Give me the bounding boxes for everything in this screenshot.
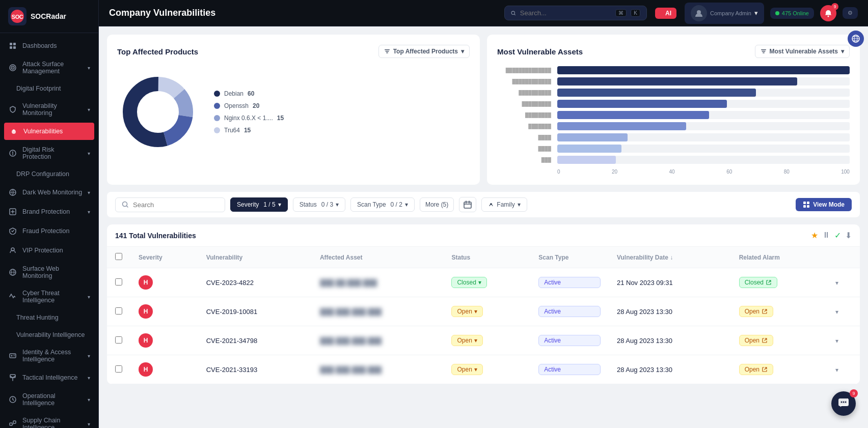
alarm-pill-open[interactable]: Open bbox=[739, 335, 773, 346]
download-action-icon[interactable]: ⬇ bbox=[845, 231, 852, 240]
sidebar-item-supply-chain[interactable]: Supply Chain Intelligence ▾ bbox=[0, 412, 98, 428]
status-filter-button[interactable]: Status 0 / 3 ▾ bbox=[293, 197, 345, 212]
star-action-icon[interactable]: ★ bbox=[811, 231, 818, 240]
chat-fab-badge: 9 bbox=[850, 389, 858, 397]
bar-track bbox=[557, 89, 850, 97]
severity-badge-high: H bbox=[139, 275, 153, 290]
status-cell[interactable]: Closed ▾ bbox=[443, 268, 530, 297]
family-filter-button[interactable]: Family ▾ bbox=[481, 197, 527, 212]
sidebar-item-surface-web[interactable]: Surface Web Monitoring bbox=[0, 260, 98, 284]
row-checkbox-cell[interactable] bbox=[107, 268, 130, 297]
scan-type-filter-button[interactable]: Scan Type 0 / 2 ▾ bbox=[350, 197, 415, 212]
bar-track bbox=[557, 133, 850, 141]
sidebar-item-fraud-protection[interactable]: Fraud Protection bbox=[0, 221, 98, 241]
sidebar-item-brand-protection[interactable]: Brand Protection ▾ bbox=[0, 202, 98, 221]
affected-products-dropdown[interactable]: Top Affected Products ▾ bbox=[378, 45, 470, 58]
row-expand-icon[interactable]: ▾ bbox=[835, 279, 838, 287]
sidebar-item-threat-hunting[interactable]: Threat Hunting bbox=[0, 309, 98, 326]
severity-filter-button[interactable]: Severity 1 / 5 ▾ bbox=[230, 197, 288, 212]
chevron-down-icon: ▾ bbox=[461, 48, 464, 55]
bar-row-7: ████ bbox=[497, 133, 850, 141]
status-cell[interactable]: Open ▾ bbox=[443, 326, 530, 355]
ai-button[interactable]: ♦ AI bbox=[655, 8, 676, 19]
status-pill-closed[interactable]: Closed ▾ bbox=[451, 277, 486, 288]
filter-search-container[interactable] bbox=[115, 197, 225, 212]
expand-cell[interactable]: ▾ bbox=[827, 268, 860, 297]
row-expand-icon[interactable]: ▾ bbox=[835, 308, 838, 316]
row-checkbox-cell[interactable] bbox=[107, 326, 130, 355]
sidebar-item-vip-protection[interactable]: VIP Protection bbox=[0, 241, 98, 260]
related-alarm-cell[interactable]: Open bbox=[731, 326, 827, 355]
status-pill-open[interactable]: Open ▾ bbox=[451, 306, 482, 317]
row-checkbox-cell[interactable] bbox=[107, 355, 130, 384]
row-expand-icon[interactable]: ▾ bbox=[835, 337, 838, 345]
sidebar-item-operational-intel[interactable]: Operational Intelligence ▾ bbox=[0, 387, 98, 412]
status-cell[interactable]: Open ▾ bbox=[443, 297, 530, 326]
grid-icon bbox=[8, 41, 17, 50]
alarm-pill-open[interactable]: Open bbox=[739, 306, 773, 317]
status-pill-open[interactable]: Open ▾ bbox=[451, 335, 482, 346]
bar-track bbox=[557, 156, 850, 164]
chevron-down-icon: ▾ bbox=[474, 337, 477, 344]
expand-column-header bbox=[827, 247, 860, 268]
vulnerable-assets-dropdown[interactable]: Most Vulnerable Assets ▾ bbox=[755, 45, 850, 58]
chevron-down-icon: ▾ bbox=[841, 48, 844, 55]
notification-button[interactable]: 9 bbox=[820, 5, 836, 21]
sidebar-item-digital-footprint[interactable]: Digital Footprint bbox=[0, 80, 98, 97]
user-info[interactable]: Company Admin ▾ bbox=[685, 3, 764, 24]
sidebar-item-vuln-monitoring[interactable]: Vulnerability Monitoring ▾ bbox=[0, 97, 98, 122]
fraud-icon bbox=[8, 226, 17, 236]
row-checkbox-cell[interactable] bbox=[107, 297, 130, 326]
username: Company Admin bbox=[710, 10, 751, 16]
content-area: Top Affected Products Top Affected Produ… bbox=[99, 26, 868, 428]
sidebar-item-dark-web[interactable]: Dark Web Monitoring ▾ bbox=[0, 183, 98, 202]
sidebar-item-digital-risk[interactable]: Digital Risk Protection ▾ bbox=[0, 141, 98, 165]
chat-fab-button[interactable]: 9 bbox=[831, 391, 856, 416]
sidebar-item-label: VIP Protection bbox=[22, 247, 63, 254]
search-input[interactable] bbox=[520, 9, 611, 17]
expand-cell[interactable]: ▾ bbox=[827, 297, 860, 326]
view-mode-button[interactable]: View Mode bbox=[796, 198, 852, 211]
status-pill-open[interactable]: Open ▾ bbox=[451, 364, 482, 375]
select-all-header[interactable] bbox=[107, 247, 130, 268]
filter-icon bbox=[761, 48, 767, 54]
pause-action-icon[interactable]: ⏸ bbox=[822, 231, 830, 240]
svg-rect-28 bbox=[385, 51, 389, 52]
sidebar-item-identity-access[interactable]: Identity & Access Intelligence ▾ bbox=[0, 344, 98, 368]
calendar-icon bbox=[464, 201, 472, 209]
sidebar-item-tactical-intel[interactable]: Tactical Intelligence ▾ bbox=[0, 368, 98, 387]
related-alarm-cell[interactable]: Open bbox=[731, 297, 827, 326]
svg-rect-39 bbox=[464, 202, 471, 208]
sidebar-item-attack-surface[interactable]: Attack Surface Management ▾ bbox=[0, 55, 98, 80]
vulnerability-cell: CVE-2021-33193 bbox=[198, 355, 312, 384]
bar-label: ███ bbox=[497, 157, 553, 163]
bar-label: ████████████ bbox=[497, 78, 553, 84]
sidebar-item-vulnerabilities[interactable]: Vulnerabilities bbox=[4, 123, 94, 140]
alarm-pill-open[interactable]: Open bbox=[739, 364, 773, 375]
related-alarm-cell[interactable]: Open bbox=[731, 355, 827, 384]
status-cell[interactable]: Open ▾ bbox=[443, 355, 530, 384]
settings-btn[interactable]: ⚙ bbox=[843, 7, 858, 19]
check-action-icon[interactable]: ✓ bbox=[834, 231, 841, 240]
logo-box: SOC bbox=[8, 7, 26, 25]
bar-label: █████████ bbox=[497, 101, 553, 107]
globe-button[interactable] bbox=[848, 31, 864, 47]
sidebar-item-dashboards[interactable]: Dashboards bbox=[0, 36, 98, 55]
sidebar-item-drp-config[interactable]: DRP Configuration bbox=[0, 165, 98, 183]
tactical-icon bbox=[8, 373, 17, 382]
more-filters-button[interactable]: More (5) bbox=[420, 197, 454, 212]
search-bar[interactable]: ⌘ K bbox=[504, 6, 647, 20]
svg-rect-17 bbox=[10, 354, 16, 358]
vulnerability-search-input[interactable] bbox=[133, 201, 219, 209]
sidebar-item-vuln-intel[interactable]: Vulnerability Intelligence bbox=[0, 326, 98, 344]
calendar-filter-button[interactable] bbox=[459, 197, 476, 212]
related-alarm-cell[interactable]: Closed bbox=[731, 268, 827, 297]
main-area: Company Vulnerabilities ⌘ K ♦ AI Company… bbox=[99, 0, 868, 428]
expand-cell[interactable]: ▾ bbox=[827, 326, 860, 355]
row-expand-icon[interactable]: ▾ bbox=[835, 366, 838, 374]
sidebar-item-cyber-threat[interactable]: Cyber Threat Intelligence ▾ bbox=[0, 284, 98, 309]
severity-badge-high: H bbox=[139, 333, 153, 348]
bar-row-8: ████ bbox=[497, 145, 850, 153]
expand-cell[interactable]: ▾ bbox=[827, 355, 860, 384]
alarm-pill-closed[interactable]: Closed bbox=[739, 277, 777, 288]
